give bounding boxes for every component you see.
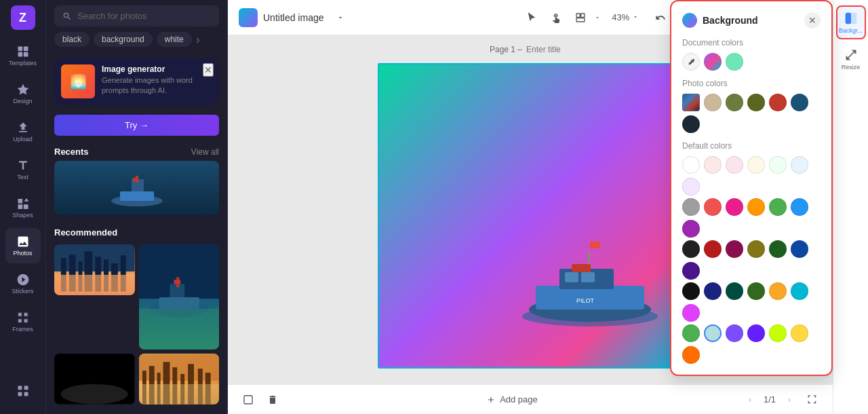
dc-r4-3[interactable] (747, 282, 765, 300)
doc-icon (239, 8, 258, 27)
frame-button[interactable] (239, 390, 258, 409)
photo-color-2[interactable] (726, 94, 743, 111)
dc-white[interactable] (682, 156, 700, 174)
dc-r2-1[interactable] (704, 198, 722, 216)
sidebar-item-photos[interactable]: Photos (5, 228, 41, 263)
undo-button[interactable] (650, 7, 671, 29)
prev-page-button[interactable]: ‹ (742, 392, 758, 408)
resize-button[interactable]: Resize (836, 42, 866, 76)
dc-r3-3[interactable] (747, 240, 765, 258)
recents-label: Recents (54, 147, 89, 157)
zoom-indicator[interactable]: 43% (606, 10, 644, 25)
sidebar-item-design[interactable]: Design (5, 76, 41, 111)
image-gen-close-button[interactable]: ✕ (203, 63, 214, 77)
select-tool-button[interactable] (521, 7, 542, 29)
image-gen-title: Image generator (102, 64, 212, 74)
dc-r3-2[interactable] (726, 240, 743, 258)
photo-color-1[interactable] (704, 94, 722, 111)
dc-r5-1[interactable] (704, 324, 722, 342)
eyedropper-button[interactable] (682, 53, 700, 71)
delete-button[interactable] (263, 390, 282, 409)
dc-r2-5[interactable] (791, 198, 808, 216)
sidebar-item-frames[interactable]: Frames (5, 304, 41, 339)
tag-black[interactable]: black (54, 32, 90, 47)
default-row-3 (682, 240, 821, 280)
recommended-image-1[interactable] (54, 244, 135, 295)
dc-r4-6[interactable] (682, 304, 700, 322)
app-logo[interactable]: Z (11, 5, 35, 30)
dc-r3-6[interactable] (682, 262, 700, 280)
dc-r2-6[interactable] (682, 220, 700, 238)
dc-r1-1[interactable] (704, 156, 722, 174)
sidebar-item-templates[interactable]: Templates (5, 38, 41, 73)
layout-tool-button[interactable] (570, 7, 591, 29)
sidebar-item-shapes[interactable]: Shapes (5, 190, 41, 225)
recommended-image-2[interactable] (139, 244, 220, 350)
photo-color-3[interactable] (747, 94, 765, 111)
doc-color-gradient[interactable] (704, 53, 722, 71)
recommended-image-3[interactable] (54, 354, 135, 404)
try-button[interactable]: Try → (54, 115, 219, 136)
dc-r4-1[interactable] (704, 282, 722, 300)
photo-color-0[interactable] (682, 94, 700, 111)
dc-r3-1[interactable] (704, 240, 722, 258)
dc-r1-3[interactable] (747, 156, 765, 174)
dc-r5-3[interactable] (747, 324, 765, 342)
background-panel-button[interactable]: Backgr... (836, 5, 866, 39)
dc-r4-4[interactable] (769, 282, 787, 300)
dc-r1-2[interactable] (726, 156, 743, 174)
photo-color-6[interactable] (682, 115, 700, 133)
dc-r5-6[interactable] (682, 346, 700, 364)
tag-background[interactable]: background (94, 32, 153, 47)
dc-r3-5[interactable] (791, 240, 808, 258)
svg-point-27 (61, 384, 128, 404)
dc-r5-5[interactable] (791, 324, 808, 342)
search-input[interactable] (77, 11, 211, 21)
svg-rect-5 (120, 191, 154, 201)
bg-panel-header: Background ✕ (682, 12, 821, 29)
zoom-chevron-icon (632, 14, 639, 20)
dc-r4-2[interactable] (726, 282, 743, 300)
hand-tool-button[interactable] (545, 7, 567, 29)
dc-r5-4[interactable] (769, 324, 787, 342)
dc-r1-4[interactable] (769, 156, 787, 174)
recommended-image-4[interactable] (139, 354, 220, 404)
dc-r2-4[interactable] (769, 198, 787, 216)
sidebar-item-stickers[interactable]: Stickers (5, 266, 41, 301)
sidebar-item-grid[interactable] (5, 373, 41, 409)
add-page-button[interactable]: Add page (479, 390, 545, 409)
dc-r5-0[interactable] (682, 324, 700, 342)
dc-r2-2[interactable] (726, 198, 743, 216)
view-all-button[interactable]: View all (191, 147, 219, 157)
recent-image[interactable] (54, 161, 219, 215)
select-icon (526, 12, 537, 23)
dc-r1-5[interactable] (791, 156, 808, 174)
sidebar-item-text[interactable]: Text (5, 152, 41, 187)
dc-r1-6[interactable] (682, 178, 700, 195)
doc-color-mint[interactable] (726, 53, 743, 71)
doc-title[interactable]: Untitled image (263, 12, 324, 23)
dc-r4-0[interactable] (682, 282, 700, 300)
canvas-frame[interactable]: PILOT (378, 63, 683, 369)
photo-color-5[interactable] (791, 94, 808, 111)
photo-color-4[interactable] (769, 94, 787, 111)
dc-r4-5[interactable] (791, 282, 808, 300)
tag-white[interactable]: white (157, 32, 192, 47)
page-title-input[interactable] (526, 45, 628, 54)
dc-r3-4[interactable] (769, 240, 787, 258)
dc-r5-2[interactable] (726, 324, 743, 342)
fit-button[interactable] (803, 390, 822, 409)
hand-icon (551, 12, 561, 23)
background-panel: Background ✕ Document colors Photo color… (670, 0, 833, 376)
next-page-button[interactable]: › (781, 392, 797, 408)
dc-r2-3[interactable] (747, 198, 765, 216)
sidebar-item-upload[interactable]: Upload (5, 114, 41, 149)
search-bar[interactable] (54, 5, 219, 26)
title-chevron-button[interactable] (330, 7, 351, 29)
bg-panel-close-button[interactable]: ✕ (804, 12, 821, 29)
dc-r2-0[interactable] (682, 198, 700, 216)
svg-rect-47 (581, 272, 595, 282)
tag-more-icon[interactable]: › (196, 33, 200, 47)
dc-r3-0[interactable] (682, 240, 700, 258)
bottom-bar: Add page ‹ 1/1 › (228, 384, 833, 414)
